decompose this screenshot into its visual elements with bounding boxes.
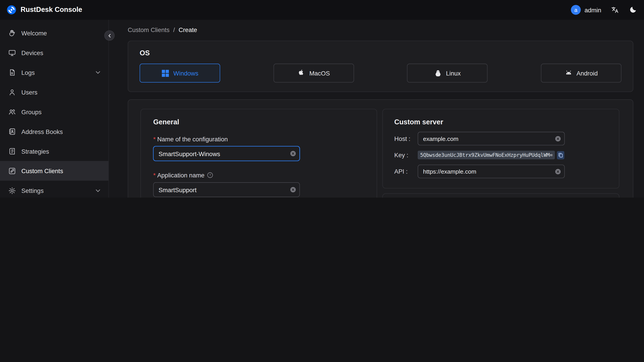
address-book-icon bbox=[8, 128, 16, 135]
chevron-down-icon bbox=[96, 70, 100, 74]
help-icon[interactable]: ? bbox=[207, 172, 213, 178]
custom-server-title: Custom server bbox=[394, 118, 608, 126]
key-label: Key : bbox=[394, 152, 418, 158]
sidebar-item-label: Logs bbox=[21, 69, 90, 76]
strategy-document-icon bbox=[8, 147, 16, 155]
custom-server-section: Custom server Host : Key : 5Qbwsde3unU bbox=[382, 109, 619, 188]
dark-mode-moon-icon[interactable] bbox=[628, 6, 637, 14]
rustdesk-logo-icon bbox=[6, 5, 16, 15]
os-button-label: Windows bbox=[174, 70, 198, 76]
avatar[interactable]: a bbox=[571, 5, 581, 15]
sidebar-item-label: Users bbox=[21, 88, 100, 96]
sidebar-item-custom-clients[interactable]: Custom Clients bbox=[0, 161, 108, 180]
sidebar-item-devices[interactable]: Devices bbox=[0, 43, 108, 62]
rustdesk-console-page: RustDesk Console a admin Welcome Devi bbox=[0, 0, 644, 198]
breadcrumb-current: Create bbox=[178, 26, 197, 33]
hand-wave-icon bbox=[8, 29, 16, 37]
main-content: Custom Clients / Create OS Windows MacOS bbox=[109, 20, 644, 198]
server-key-value: 5Qbwsde3unUcJBtrx9ZkvUmwFNoExHzpryHuPUdq… bbox=[418, 151, 555, 159]
sidebar-item-label: Groups bbox=[21, 108, 100, 115]
breadcrumb-separator: / bbox=[173, 26, 175, 33]
os-windows-button[interactable]: Windows bbox=[140, 64, 220, 82]
gear-icon bbox=[8, 186, 16, 194]
os-android-button[interactable]: Android bbox=[541, 64, 621, 82]
application-name-label: Application name bbox=[153, 172, 204, 178]
sidebar-item-label: Address Books bbox=[21, 128, 100, 135]
clear-icon[interactable] bbox=[555, 168, 561, 174]
host-label: Host : bbox=[394, 135, 418, 142]
breadcrumb: Custom Clients / Create bbox=[128, 26, 633, 33]
android-robot-icon bbox=[565, 69, 572, 77]
sidebar-item-address-books[interactable]: Address Books bbox=[0, 122, 108, 141]
application-name-input[interactable] bbox=[153, 182, 300, 197]
host-input[interactable] bbox=[418, 132, 565, 145]
os-section-title: OS bbox=[140, 49, 621, 58]
api-input[interactable] bbox=[418, 165, 565, 178]
edit-square-icon bbox=[8, 167, 16, 175]
app-title: RustDesk Console bbox=[20, 6, 82, 14]
sidebar-item-label: Strategies bbox=[21, 148, 100, 154]
sidebar-item-label: Settings bbox=[21, 187, 90, 194]
file-text-icon bbox=[8, 68, 16, 76]
os-button-label: Android bbox=[576, 70, 598, 76]
sidebar-item-welcome[interactable]: Welcome bbox=[0, 23, 108, 43]
sidebar-item-label: Custom Clients bbox=[21, 167, 100, 174]
sidebar: Welcome Devices Logs Users Groups Ad bbox=[0, 20, 109, 198]
copy-icon[interactable] bbox=[557, 151, 564, 159]
sidebar-item-settings[interactable]: Settings bbox=[0, 180, 108, 198]
sidebar-item-groups[interactable]: Groups bbox=[0, 102, 108, 122]
breadcrumb-parent[interactable]: Custom Clients bbox=[128, 26, 170, 33]
os-macos-button[interactable]: MacOS bbox=[274, 64, 354, 82]
visual-section: Visual Application icon ? Click or drag … bbox=[382, 193, 619, 198]
general-section: General Name of the configuration Applic… bbox=[140, 109, 377, 198]
monitor-icon bbox=[8, 48, 16, 56]
user-name: admin bbox=[584, 6, 601, 13]
users-group-icon bbox=[8, 108, 16, 116]
apple-logo-icon bbox=[297, 69, 305, 77]
os-section: OS Windows MacOS Linux bbox=[128, 40, 633, 92]
sidebar-item-users[interactable]: Users bbox=[0, 82, 108, 102]
top-bar: RustDesk Console a admin bbox=[0, 0, 644, 20]
clear-icon[interactable] bbox=[290, 150, 296, 156]
clear-icon[interactable] bbox=[290, 186, 296, 193]
config-name-input[interactable] bbox=[153, 146, 300, 161]
chevron-down-icon bbox=[96, 188, 100, 193]
sidebar-item-strategies[interactable]: Strategies bbox=[0, 141, 108, 161]
create-form-section: General Name of the configuration Applic… bbox=[128, 100, 633, 198]
right-column: Custom server Host : Key : 5Qbwsde3unU bbox=[382, 109, 619, 198]
os-linux-button[interactable]: Linux bbox=[407, 64, 488, 82]
linux-tux-icon bbox=[434, 69, 442, 77]
sidebar-item-label: Devices bbox=[21, 49, 100, 56]
language-translate-icon[interactable] bbox=[610, 6, 619, 14]
svg-text:?: ? bbox=[209, 174, 211, 177]
os-button-label: Linux bbox=[446, 70, 461, 76]
api-label: API : bbox=[394, 168, 418, 175]
os-button-label: MacOS bbox=[309, 70, 330, 76]
general-title: General bbox=[153, 118, 364, 126]
user-menu[interactable]: a admin bbox=[571, 5, 601, 15]
sidebar-collapse-button[interactable] bbox=[104, 30, 115, 41]
name-config-label: Name of the configuration bbox=[153, 136, 228, 142]
sidebar-item-label: Welcome bbox=[21, 29, 100, 36]
clear-icon[interactable] bbox=[555, 136, 561, 142]
user-icon bbox=[8, 88, 16, 96]
windows-logo-icon bbox=[161, 69, 169, 77]
sidebar-item-logs[interactable]: Logs bbox=[0, 62, 108, 82]
